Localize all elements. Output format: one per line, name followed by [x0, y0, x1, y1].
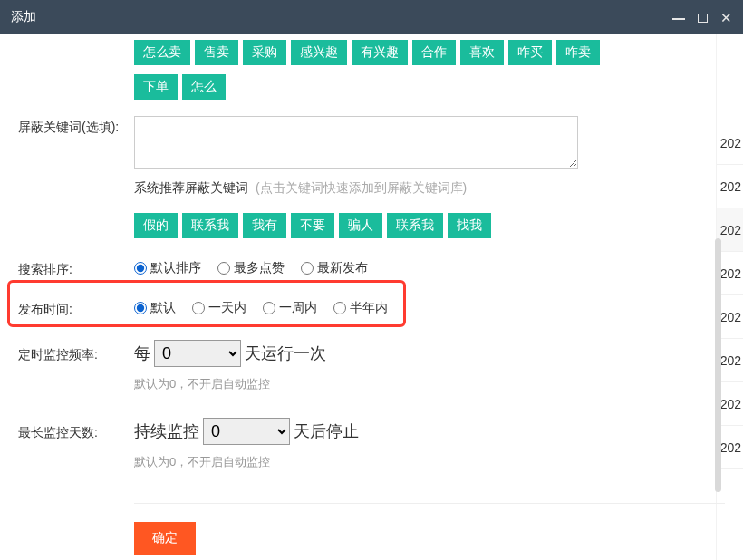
- publish-time-label: 发布时间:: [18, 294, 134, 318]
- block-tag[interactable]: 联系我: [182, 213, 238, 238]
- keyword-tag[interactable]: 怎么: [182, 74, 226, 100]
- radio-label: 一周内: [279, 300, 317, 316]
- monitor-days-prefix: 持续监控: [134, 422, 199, 440]
- block-tag[interactable]: 联系我: [387, 213, 443, 238]
- radio-label: 默认: [150, 300, 176, 316]
- titlebar: 添加 ✕: [0, 0, 743, 34]
- search-sort-option-default[interactable]: 默认排序: [134, 260, 201, 276]
- search-sort-option-likes[interactable]: 最多点赞: [217, 260, 285, 276]
- window-title: 添加: [11, 9, 36, 25]
- radio-input[interactable]: [192, 302, 205, 314]
- monitor-days-hint: 默认为0，不开启自动监控: [134, 454, 725, 470]
- publish-time-group: 默认 一天内 一周内 半年内: [134, 294, 725, 316]
- radio-input[interactable]: [217, 262, 230, 275]
- minimize-icon: [672, 18, 685, 20]
- keyword-tag[interactable]: 咋卖: [556, 40, 600, 65]
- block-keywords-row: 屏蔽关键词(选填):: [18, 116, 725, 171]
- block-keywords-hint: 系统推荐屏蔽关键词 (点击关键词快速添加到屏蔽关键词库): [134, 180, 725, 197]
- keyword-tag[interactable]: 咋买: [508, 40, 552, 65]
- block-keyword-tags: 假的 联系我 我有 不要 骗人 联系我 找我: [134, 208, 725, 238]
- window-controls: ✕: [672, 11, 732, 24]
- block-tag[interactable]: 假的: [134, 213, 178, 238]
- radio-label: 默认排序: [150, 260, 201, 276]
- publish-time-row: 发布时间: 默认 一天内 一周内 半年内: [18, 294, 725, 318]
- search-sort-row: 搜索排序: 默认排序 最多点赞 最新发布: [18, 255, 725, 278]
- monitor-freq-prefix: 每: [134, 344, 150, 362]
- radio-input[interactable]: [263, 302, 275, 314]
- block-hint-main: 系统推荐屏蔽关键词: [134, 180, 248, 195]
- monitor-days-row: 最长监控天数: 持续监控 0 天后停止 默认为0，不开启自动监控: [18, 418, 725, 470]
- keyword-tag[interactable]: 采购: [243, 40, 286, 65]
- monitor-days-suffix: 天后停止: [294, 422, 359, 440]
- keyword-tag[interactable]: 下单: [134, 74, 178, 100]
- search-sort-group: 默认排序 最多点赞 最新发布: [134, 255, 725, 276]
- monitor-freq-select[interactable]: 0: [154, 340, 241, 367]
- monitor-freq-label: 定时监控频率:: [18, 340, 134, 363]
- keyword-tag[interactable]: 合作: [412, 40, 456, 65]
- radio-input[interactable]: [134, 262, 147, 275]
- scrollbar[interactable]: [715, 238, 721, 492]
- maximize-button[interactable]: [698, 11, 708, 24]
- block-tag[interactable]: 骗人: [339, 213, 382, 238]
- publish-time-option-1day[interactable]: 一天内: [192, 300, 246, 316]
- close-button[interactable]: ✕: [720, 11, 732, 24]
- suggested-tags-row-2: 下单 怎么: [134, 74, 725, 100]
- radio-label: 最新发布: [317, 260, 368, 276]
- publish-time-option-halfyear[interactable]: 半年内: [333, 300, 388, 316]
- radio-input[interactable]: [134, 302, 147, 314]
- publish-time-option-1week[interactable]: 一周内: [263, 300, 317, 316]
- keyword-tag[interactable]: 有兴趣: [352, 40, 408, 65]
- search-sort-option-newest[interactable]: 最新发布: [301, 260, 368, 276]
- maximize-icon: [698, 14, 708, 23]
- radio-input[interactable]: [301, 262, 314, 275]
- block-keywords-input[interactable]: [134, 116, 578, 169]
- keyword-tag[interactable]: 售卖: [195, 40, 238, 65]
- block-hint-sub: (点击关键词快速添加到屏蔽关键词库): [256, 180, 467, 195]
- radio-label: 最多点赞: [234, 260, 285, 276]
- confirm-button[interactable]: 确定: [134, 522, 196, 555]
- block-tag[interactable]: 找我: [448, 213, 491, 238]
- radio-label: 一天内: [208, 300, 246, 316]
- block-keywords-label: 屏蔽关键词(选填):: [18, 116, 134, 136]
- block-tag[interactable]: 我有: [243, 213, 286, 238]
- monitor-days-select[interactable]: 0: [203, 418, 290, 445]
- dialog-body: 怎么卖 售卖 采购 感兴趣 有兴趣 合作 喜欢 咋买 咋卖 下单 怎么 屏蔽关键…: [0, 34, 743, 560]
- monitor-freq-hint: 默认为0，不开启自动监控: [134, 376, 725, 392]
- monitor-freq-row: 定时监控频率: 每 0 天运行一次 默认为0，不开启自动监控: [18, 340, 725, 392]
- suggested-tags-row-1: 怎么卖 售卖 采购 感兴趣 有兴趣 合作 喜欢 咋买 咋卖: [134, 34, 725, 65]
- minimize-button[interactable]: [672, 11, 685, 24]
- publish-time-option-default[interactable]: 默认: [134, 300, 176, 316]
- block-tag[interactable]: 不要: [291, 213, 334, 238]
- monitor-freq-suffix: 天运行一次: [245, 344, 326, 362]
- keyword-tag[interactable]: 感兴趣: [291, 40, 347, 65]
- search-sort-label: 搜索排序:: [18, 255, 134, 278]
- keyword-tag[interactable]: 怎么卖: [134, 40, 190, 65]
- keyword-tag[interactable]: 喜欢: [460, 40, 504, 65]
- radio-label: 半年内: [350, 300, 388, 316]
- monitor-days-label: 最长监控天数:: [18, 418, 134, 441]
- radio-input[interactable]: [333, 302, 346, 314]
- dialog-footer: 确定: [134, 503, 725, 555]
